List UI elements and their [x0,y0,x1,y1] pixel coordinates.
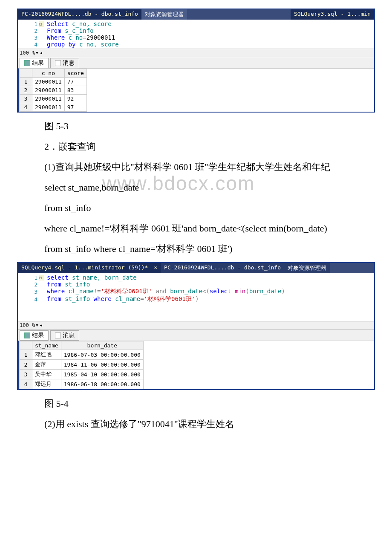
cell[interactable]: 1984-11-06 00:00:00.000 [61,360,143,370]
row-number: 2 [20,86,32,95]
figure-caption: 图 5-4 [9,396,383,410]
close-icon[interactable]: × [154,264,157,271]
sql-screenshot-2: SQLQuery4.sql - 1...ministrator (59))* ×… [17,262,375,390]
tab-query-active[interactable]: SQLQuery4.sql - 1...ministrator (59))* × [18,263,161,273]
zoom-level[interactable]: 100 % [20,322,35,328]
sql-editor[interactable]: 1 ⊟ Select c_no, score 2 From s_c_info 3… [18,20,374,49]
table-row[interactable]: 1 邓红艳 1986-07-03 00:00:00.000 [20,350,144,360]
table-row[interactable]: 4 29000011 97 [20,103,87,112]
tab-object-explorer[interactable]: 对象资源管理器 [141,9,187,20]
code-line: from st_info [9,201,383,215]
line-number: 3 [18,35,39,41]
message-icon [55,60,61,66]
cell[interactable]: 1985-04-10 00:00:00.000 [61,370,143,379]
sql-keyword: select [47,274,69,281]
zoom-bar: 100 % ▼ ◀ [18,49,374,57]
column-header[interactable]: c_no [32,69,65,78]
results-tab-label: 结果 [32,59,44,67]
zoom-bar: 100 % ▼ ◀ [18,321,374,329]
table-row[interactable]: 1 29000011 77 [20,78,87,86]
sql-operator: = [83,34,86,41]
row-number: 2 [20,360,32,370]
column-header[interactable]: born_date [61,341,143,350]
cell[interactable]: 29000011 [32,78,65,86]
cell[interactable]: 邓红艳 [32,350,61,360]
tab-label: SQLQuery4.sql - 1...ministrator (59))* [21,264,148,271]
sql-function: min [231,288,245,295]
tab-query[interactable]: SQLQuery3.sql - 1...min [291,9,374,20]
results-tab[interactable]: 结果 [20,330,49,341]
table-row[interactable]: 4 郑远月 1986-06-18 00:00:00.000 [20,379,144,389]
grid-icon [24,60,30,66]
table-row[interactable]: 3 29000011 92 [20,95,87,103]
line-number: 1 [18,275,39,281]
message-icon [55,332,61,338]
chevron-down-icon[interactable]: ▼ [36,323,38,327]
scroll-left-icon[interactable]: ◀ [40,323,42,327]
tab-active[interactable]: PC-20160924WFDL....db - dbo.st_info [18,9,141,20]
cell[interactable]: 92 [64,95,86,103]
messages-tab[interactable]: 消息 [50,58,79,68]
sql-identifier: cl_name [112,295,140,302]
cell[interactable]: 97 [64,103,86,112]
scroll-left-icon[interactable]: ◀ [40,51,42,55]
result-tabs: 结果 消息 [18,57,374,68]
cell[interactable]: 83 [64,86,86,95]
column-header[interactable]: st_name [32,341,61,350]
sql-string: '材料科学0601班' [144,295,196,302]
tab-object-explorer[interactable]: 对象资源管理器 [284,263,330,273]
sql-operator: <( [202,288,210,295]
results-grid[interactable]: c_no score 1 29000011 77 2 29000011 83 3… [18,68,374,112]
cell[interactable]: 29000011 [32,103,65,112]
row-number: 1 [20,78,32,86]
sql-identifier: born_date [249,288,282,295]
cell[interactable]: 吴中华 [32,370,61,379]
sql-identifier: st_info [61,281,90,288]
sql-editor[interactable]: 1 ⊟ select st_name, born_date 2 from st_… [18,273,374,321]
table-row[interactable]: 2 29000011 83 [20,86,87,95]
chevron-down-icon[interactable]: ▼ [36,51,38,55]
paragraph: (1)查询其她班级中比"材料科学 0601 班"学生年纪都大学生姓名和年纪 [9,160,383,174]
cell[interactable]: 1986-06-18 00:00:00.000 [61,379,143,389]
sql-keyword: select [210,288,231,295]
code-line: select st_name,born_date [9,180,383,194]
messages-tab-label: 消息 [63,59,75,67]
sql-identifier: st_name, born_date [69,274,137,281]
section-heading: 2．嵌套查询 [9,139,383,153]
row-number: 3 [20,370,32,379]
row-number: 4 [20,379,32,389]
messages-tab[interactable]: 消息 [50,330,79,341]
line-number: 2 [18,28,39,34]
sql-operator: = [140,295,144,302]
sql-keyword: where [47,288,65,295]
cell[interactable]: 金萍 [32,360,61,370]
column-header[interactable]: score [64,69,86,78]
editor-tabs: SQLQuery4.sql - 1...ministrator (59))* ×… [18,263,374,273]
sql-keyword: by [65,41,75,48]
table-row[interactable]: 2 金萍 1984-11-06 00:00:00.000 [20,360,144,370]
fold-icon[interactable]: ⊟ [39,275,44,280]
tab-table[interactable]: PC-20160924WFDL....db - dbo.st_info [161,263,284,273]
line-number: 3 [18,289,39,295]
line-number: 4 [18,41,39,48]
sql-keyword: from [47,281,61,288]
cell[interactable]: 77 [64,78,86,86]
results-grid[interactable]: st_name born_date 1 邓红艳 1986-07-03 00:00… [18,341,374,389]
fold-icon[interactable]: ⊟ [39,21,44,27]
table-row[interactable]: 3 吴中华 1985-04-10 00:00:00.000 [20,370,144,379]
sql-keyword: from [47,295,61,302]
sql-keyword: Where [47,34,65,41]
editor-tabs: PC-20160924WFDL....db - dbo.st_info 对象资源… [18,9,374,20]
cell[interactable]: 1986-07-03 00:00:00.000 [61,350,143,360]
sql-screenshot-1: PC-20160924WFDL....db - dbo.st_info 对象资源… [17,9,375,113]
zoom-level[interactable]: 100 % [20,50,35,56]
paragraph: (2)用 exists 查询选修了"9710041"课程学生姓名 [9,417,383,431]
sql-keyword: where [94,295,112,302]
cell[interactable]: 郑远月 [32,379,61,389]
cell[interactable]: 29000011 [32,95,65,103]
results-tab[interactable]: 结果 [20,58,49,68]
figure-caption: 图 5-3 [9,119,383,133]
sql-identifier: st_info [61,295,94,302]
cell[interactable]: 29000011 [32,86,65,95]
sql-identifier: s_c_info [61,27,94,34]
